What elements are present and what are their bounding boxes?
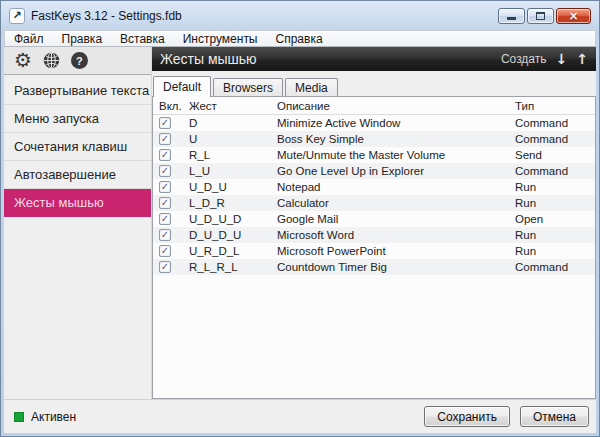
checkbox-icon[interactable]: ✓	[159, 197, 171, 209]
title-bar[interactable]: ↗ FastKeys 3.12 - Settings.fdb ×	[4, 1, 596, 30]
checkbox-icon[interactable]: ✓	[159, 213, 171, 225]
gesture-description: Go One Level Up in Explorer	[277, 165, 515, 177]
sidebar: ⚙ ? Развертывание текстаМеню запускаСоче…	[4, 47, 152, 399]
gesture-description: Microsoft PowerPoint	[277, 245, 515, 257]
row-enabled-cell: ✓	[153, 133, 189, 145]
gesture-code: R_L	[189, 149, 277, 161]
menubar-item[interactable]: Инструменты	[174, 31, 267, 47]
row-enabled-cell: ✓	[153, 261, 189, 273]
gesture-table: Вкл. Жест Описание Тип ✓DMinimize Active…	[152, 96, 596, 399]
panel-header: Жесты мышью Создать ↓ ↑	[152, 47, 596, 71]
tab-media[interactable]: Media	[285, 78, 338, 96]
maximize-button[interactable]	[527, 8, 554, 24]
gesture-description: Mute/Unmute the Master Volume	[277, 149, 515, 161]
menubar-item[interactable]: Файл	[5, 31, 53, 47]
row-enabled-cell: ✓	[153, 181, 189, 193]
checkbox-icon[interactable]: ✓	[159, 229, 171, 241]
gear-icon[interactable]: ⚙	[14, 50, 32, 70]
help-icon[interactable]: ?	[71, 52, 88, 69]
column-header-description[interactable]: Описание	[277, 100, 515, 112]
footer-buttons: Сохранить Отмена	[424, 406, 589, 427]
row-enabled-cell: ✓	[153, 197, 189, 209]
gesture-description: Countdown Timer Big	[277, 261, 515, 273]
tab-bar: DefaultBrowsersMedia	[152, 71, 596, 96]
row-enabled-cell: ✓	[153, 149, 189, 161]
window-controls: ×	[498, 8, 591, 24]
gesture-type: Command	[515, 261, 595, 273]
table-row[interactable]: ✓U_D_U_DGoogle MailOpen	[153, 211, 595, 227]
table-row[interactable]: ✓DMinimize Active WindowCommand	[153, 115, 595, 131]
checkbox-icon[interactable]: ✓	[159, 245, 171, 257]
gesture-type: Command	[515, 133, 595, 145]
app-icon: ↗	[9, 8, 25, 24]
status-active-icon	[14, 412, 24, 422]
cancel-button[interactable]: Отмена	[520, 406, 589, 427]
sidebar-item[interactable]: Автозавершение	[4, 161, 151, 189]
gesture-type: Command	[515, 117, 595, 129]
panel-header-actions: Создать ↓ ↑	[501, 51, 588, 67]
checkbox-icon[interactable]: ✓	[159, 149, 171, 161]
checkbox-icon[interactable]: ✓	[159, 261, 171, 273]
status-label: Активен	[31, 410, 76, 424]
column-header-gesture[interactable]: Жест	[189, 100, 277, 112]
row-enabled-cell: ✓	[153, 213, 189, 225]
gesture-type: Run	[515, 229, 595, 241]
row-enabled-cell: ✓	[153, 245, 189, 257]
move-down-icon[interactable]: ↓	[556, 51, 568, 67]
sidebar-item[interactable]: Сочетания клавиш	[4, 133, 151, 161]
gesture-description: Minimize Active Window	[277, 117, 515, 129]
table-row[interactable]: ✓R_L_R_LCountdown Timer BigCommand	[153, 259, 595, 275]
gesture-description: Calculator	[277, 197, 515, 209]
checkbox-icon[interactable]: ✓	[159, 165, 171, 177]
table-row[interactable]: ✓D_U_D_UMicrosoft WordRun	[153, 227, 595, 243]
create-button[interactable]: Создать	[501, 52, 547, 66]
checkbox-icon[interactable]: ✓	[159, 181, 171, 193]
gesture-code: L_D_R	[189, 197, 277, 209]
row-enabled-cell: ✓	[153, 165, 189, 177]
table-row[interactable]: ✓L_D_RCalculatorRun	[153, 195, 595, 211]
gesture-code: U_D_U	[189, 181, 277, 193]
gesture-type: Open	[515, 213, 595, 225]
column-header-type[interactable]: Тип	[515, 100, 595, 112]
gesture-type: Send	[515, 149, 595, 161]
table-row[interactable]: ✓U_R_D_LMicrosoft PowerPointRun	[153, 243, 595, 259]
checkbox-icon[interactable]: ✓	[159, 117, 171, 129]
sidebar-item[interactable]: Меню запуска	[4, 105, 151, 133]
minimize-button[interactable]	[498, 8, 525, 24]
table-row[interactable]: ✓R_LMute/Unmute the Master VolumeSend	[153, 147, 595, 163]
save-button[interactable]: Сохранить	[424, 406, 510, 427]
row-enabled-cell: ✓	[153, 117, 189, 129]
move-up-icon[interactable]: ↑	[576, 51, 588, 67]
menubar-item[interactable]: Вставка	[111, 31, 174, 47]
gesture-description: Notepad	[277, 181, 515, 193]
panel-title: Жесты мышью	[160, 51, 257, 67]
table-row[interactable]: ✓U_D_UNotepadRun	[153, 179, 595, 195]
minimize-icon	[507, 17, 516, 20]
gesture-code: D_U_D_U	[189, 229, 277, 241]
tab-browsers[interactable]: Browsers	[213, 78, 283, 96]
table-header: Вкл. Жест Описание Тип	[153, 97, 595, 115]
close-button[interactable]: ×	[556, 8, 591, 24]
table-row[interactable]: ✓UBoss Key SimpleCommand	[153, 131, 595, 147]
gesture-code: L_U	[189, 165, 277, 177]
gesture-type: Run	[515, 197, 595, 209]
gesture-code: U	[189, 133, 277, 145]
gesture-type: Command	[515, 165, 595, 177]
gesture-code: U_D_U_D	[189, 213, 277, 225]
table-row[interactable]: ✓L_UGo One Level Up in ExplorerCommand	[153, 163, 595, 179]
gesture-code: R_L_R_L	[189, 261, 277, 273]
sidebar-item[interactable]: Развертывание текста	[4, 77, 151, 105]
gesture-type: Run	[515, 181, 595, 193]
globe-icon[interactable]	[43, 52, 60, 69]
menubar-item[interactable]: Справка	[267, 31, 332, 47]
checkbox-icon[interactable]: ✓	[159, 133, 171, 145]
gesture-table-body: ✓DMinimize Active WindowCommand✓UBoss Ke…	[153, 115, 595, 275]
gesture-code: U_R_D_L	[189, 245, 277, 257]
menubar-item[interactable]: Правка	[53, 31, 112, 47]
maximize-icon	[536, 12, 545, 20]
column-header-enabled[interactable]: Вкл.	[153, 100, 189, 112]
sidebar-item[interactable]: Жесты мышью	[4, 189, 151, 217]
gesture-code: D	[189, 117, 277, 129]
row-enabled-cell: ✓	[153, 229, 189, 241]
tab-default[interactable]: Default	[153, 76, 211, 97]
